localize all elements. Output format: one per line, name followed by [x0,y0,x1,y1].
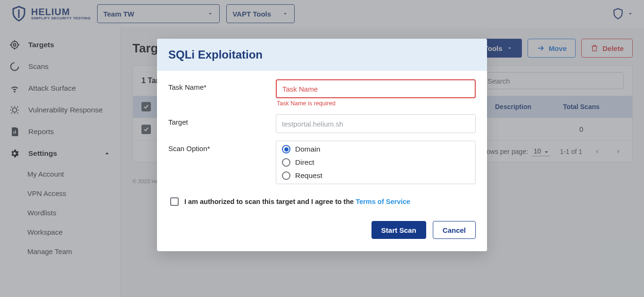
task-name-error: Task Name is required [277,100,476,107]
radio-label: Direct [295,158,314,167]
scan-option-direct[interactable]: Direct [282,158,470,167]
terms-of-service-link[interactable]: Terms of Service [355,198,410,205]
scan-option-domain[interactable]: Domain [282,145,470,153]
cancel-button[interactable]: Cancel [433,221,476,239]
sqli-exploitation-modal: SQLi Exploitation Task Name* Task Name i… [157,39,487,251]
scan-option-group: Domain Direct Request [276,141,476,184]
task-name-input[interactable] [276,79,476,98]
authorization-text: I am authorized to scan this target and … [184,198,410,205]
modal-overlay: SQLi Exploitation Task Name* Task Name i… [0,0,644,297]
task-name-label: Task Name* [168,79,276,91]
target-input[interactable] [276,114,476,133]
start-scan-button[interactable]: Start Scan [372,221,426,239]
radio-label: Request [295,171,322,180]
scan-option-label: Scan Option* [168,141,276,153]
scan-option-request[interactable]: Request [282,171,470,180]
target-label: Target [168,114,276,126]
modal-title: SQLi Exploitation [157,39,487,71]
radio-label: Domain [295,145,320,153]
authorization-checkbox[interactable] [170,197,179,206]
